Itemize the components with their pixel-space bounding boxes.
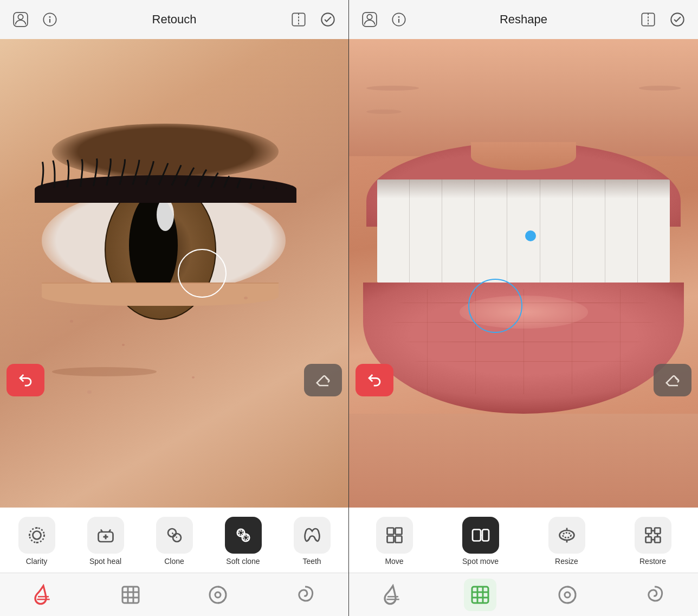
spot-heal-label: Spot heal — [89, 557, 121, 566]
svg-line-8 — [326, 377, 328, 380]
spot-move-tool[interactable]: Spot move — [459, 517, 502, 566]
clarity-icon-wrap — [18, 517, 55, 554]
svg-point-26 — [243, 536, 248, 540]
restore-tool[interactable]: Restore — [631, 517, 675, 566]
svg-rect-47 — [387, 536, 393, 543]
spot-heal-tool[interactable]: Spot heal — [84, 517, 127, 566]
svg-line-44 — [675, 377, 678, 380]
svg-rect-59 — [655, 537, 661, 543]
right-action-bar — [349, 358, 698, 402]
right-header-right-icons — [638, 10, 687, 29]
right-person-icon[interactable] — [360, 10, 379, 29]
move-icon-wrap — [376, 517, 413, 554]
move-label: Move — [385, 557, 403, 566]
left-info-icon[interactable] — [40, 10, 60, 29]
right-panel: Reshape — [349, 0, 698, 616]
svg-rect-66 — [472, 587, 488, 603]
clone-tool[interactable]: Clone — [153, 517, 196, 566]
teeth-tool[interactable]: Teeth — [290, 517, 334, 566]
resize-tool[interactable]: Resize — [545, 517, 589, 566]
svg-point-52 — [559, 530, 574, 540]
svg-point-9 — [33, 531, 41, 540]
right-tool-strip: Move Spot move Resize — [349, 508, 698, 573]
left-tool-circle — [178, 249, 227, 298]
left-nav-retouch[interactable] — [27, 579, 60, 611]
right-nav-circle[interactable] — [551, 579, 584, 611]
right-check-icon[interactable] — [668, 10, 687, 29]
svg-point-0 — [18, 15, 23, 20]
right-tool-dot — [525, 230, 536, 241]
left-canvas[interactable] — [0, 39, 348, 508]
spot-heal-icon-wrap — [87, 517, 124, 554]
svg-point-25 — [238, 531, 243, 535]
spot-move-icon-wrap — [462, 517, 499, 554]
right-undo-button[interactable] — [356, 364, 393, 396]
svg-point-72 — [565, 592, 570, 598]
left-check-icon[interactable] — [318, 10, 338, 29]
left-split-icon[interactable] — [289, 10, 308, 29]
right-bottom-nav — [349, 573, 698, 616]
svg-point-35 — [215, 592, 221, 598]
left-action-bar — [0, 358, 348, 402]
right-nav-retouch[interactable] — [377, 579, 409, 611]
teeth-icon-wrap — [294, 517, 331, 554]
teeth-label: Teeth — [302, 557, 321, 566]
left-panel-title: Retouch — [152, 12, 197, 27]
svg-rect-48 — [395, 536, 402, 543]
right-info-icon[interactable] — [389, 10, 409, 29]
left-erase-button[interactable] — [304, 364, 342, 396]
left-nav-swirl[interactable] — [289, 579, 321, 611]
svg-rect-46 — [395, 528, 402, 535]
svg-point-10 — [29, 528, 44, 543]
left-header: Retouch — [0, 0, 348, 39]
left-panel: Retouch — [0, 0, 349, 616]
right-header-left-icons — [360, 10, 409, 29]
left-undo-button[interactable] — [7, 364, 44, 396]
svg-rect-29 — [122, 587, 139, 603]
right-panel-title: Reshape — [500, 12, 547, 27]
left-nav-circle[interactable] — [202, 579, 234, 611]
resize-label: Resize — [555, 557, 578, 566]
svg-rect-49 — [473, 530, 481, 541]
clone-icon-wrap — [156, 517, 193, 554]
right-canvas[interactable] — [349, 39, 698, 508]
restore-label: Restore — [639, 557, 666, 566]
soft-clone-label: Soft clone — [226, 557, 260, 566]
restore-icon-wrap — [635, 517, 671, 554]
svg-rect-57 — [655, 528, 661, 534]
left-header-left-icons — [11, 10, 60, 29]
clone-label: Clone — [164, 557, 184, 566]
right-split-icon[interactable] — [638, 10, 658, 29]
left-nav-grid[interactable] — [114, 579, 147, 611]
left-header-right-icons — [289, 10, 338, 29]
move-tool[interactable]: Move — [373, 517, 416, 566]
right-tool-circle — [468, 279, 522, 333]
soft-clone-icon-wrap — [225, 517, 262, 554]
right-erase-button[interactable] — [654, 364, 691, 396]
clarity-tool[interactable]: Clarity — [15, 517, 59, 566]
svg-point-53 — [563, 533, 571, 538]
right-nav-swirl[interactable] — [638, 579, 671, 611]
svg-rect-45 — [387, 528, 393, 535]
right-header: Reshape — [349, 0, 698, 39]
spot-move-label: Spot move — [462, 557, 499, 566]
resize-icon-wrap — [548, 517, 585, 554]
svg-rect-56 — [645, 528, 651, 534]
svg-point-36 — [367, 15, 372, 20]
left-person-icon[interactable] — [11, 10, 30, 29]
right-nav-grid[interactable] — [464, 579, 496, 611]
left-bottom-nav — [0, 573, 348, 616]
clarity-label: Clarity — [26, 557, 48, 566]
left-tool-strip: Clarity Spot heal — [0, 508, 348, 573]
svg-rect-50 — [482, 530, 489, 541]
svg-rect-58 — [645, 537, 651, 543]
soft-clone-tool[interactable]: Soft clone — [222, 517, 265, 566]
